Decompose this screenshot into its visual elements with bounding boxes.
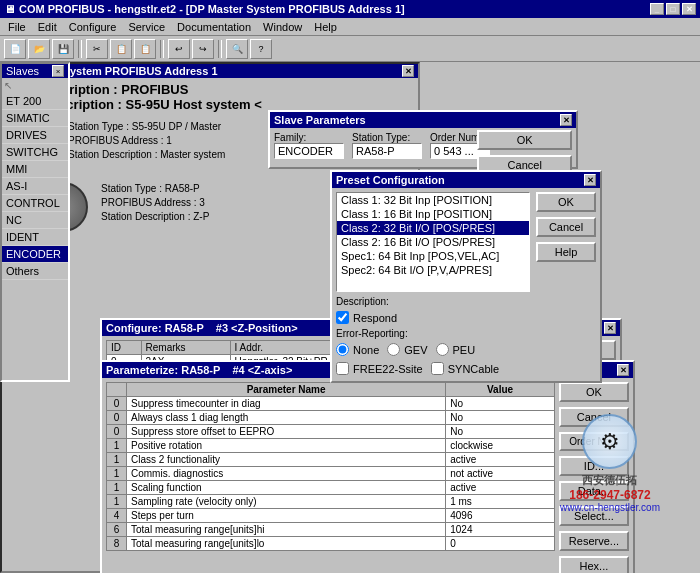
gev-label: GEV [404, 344, 427, 356]
param-reserve[interactable]: Reserve... [559, 531, 629, 551]
param-row-value: 1 ms [446, 495, 555, 509]
param-cancel[interactable]: Cancel [559, 407, 629, 427]
param-table-row[interactable]: 4 Steps per turn 4096 [107, 509, 555, 523]
param-close[interactable]: ✕ [617, 364, 629, 376]
param-table-row[interactable]: 0 Suppress timecounter in diag No [107, 397, 555, 411]
preset-cancel[interactable]: Cancel [536, 217, 596, 237]
toolbar-open[interactable]: 📂 [28, 39, 50, 59]
toolbar-search[interactable]: 🔍 [226, 39, 248, 59]
free-checkbox[interactable] [336, 362, 349, 375]
slave-et200[interactable]: ET 200 [2, 93, 68, 110]
preset-item-2[interactable]: Class 2: 32 Bit I/O [POS/PRES] [337, 221, 529, 235]
param-table-row[interactable]: 6 Total measuring range[units]hi 1024 [107, 523, 555, 537]
slave-mmi[interactable]: MMI [2, 161, 68, 178]
preset-config-close[interactable]: ✕ [584, 174, 596, 186]
slave-ident[interactable]: IDENT [2, 229, 68, 246]
param-col-name: Parameter Name [127, 383, 446, 397]
param-row-value: active [446, 453, 555, 467]
slave-params-ok[interactable]: OK [477, 130, 572, 150]
toolbar-redo[interactable]: ↪ [192, 39, 214, 59]
slave-encoder[interactable]: ENCODER [2, 246, 68, 263]
toolbar-help[interactable]: ? [250, 39, 272, 59]
param-table-row[interactable]: 0 Suppress store offset to EEPRO No [107, 425, 555, 439]
param-select[interactable]: Select... [559, 506, 629, 526]
respond-checkbox[interactable] [336, 311, 349, 324]
menu-window[interactable]: Window [257, 19, 308, 35]
menu-help[interactable]: Help [308, 19, 343, 35]
respond-checkbox-row[interactable]: Respond [336, 311, 530, 324]
peu-radio[interactable] [436, 343, 449, 356]
gev-radio[interactable] [387, 343, 400, 356]
preset-listbox[interactable]: Class 1: 32 Bit Inp [POSITION] Class 1: … [336, 192, 530, 292]
slave-others[interactable]: Others [2, 263, 68, 280]
slave-asi[interactable]: AS-I [2, 178, 68, 195]
toolbar-save[interactable]: 💾 [52, 39, 74, 59]
preset-item-5[interactable]: Spec2: 64 Bit I/O [P,V,A/PRES] [337, 263, 529, 277]
toolbar-sep2 [160, 40, 164, 58]
toolbar-paste[interactable]: 📋 [134, 39, 156, 59]
error-reporting-row: Error-Reporting: [336, 328, 530, 339]
param-table-row[interactable]: 1 Positive rotation clockwise [107, 439, 555, 453]
param-row-num: 1 [107, 467, 127, 481]
peu-radio-row[interactable]: PEU [436, 343, 476, 356]
slaves-close[interactable]: × [52, 65, 64, 77]
param-row-name: Total measuring range[units]lo [127, 537, 446, 551]
param-table-row[interactable]: 1 Commis. diagnostics not active [107, 467, 555, 481]
station-type-input[interactable] [352, 143, 422, 159]
close-btn[interactable]: ✕ [682, 3, 696, 15]
gev-radio-row[interactable]: GEV [387, 343, 427, 356]
error-radio-row: None GEV PEU [336, 341, 530, 358]
configure-close[interactable]: ✕ [604, 322, 616, 334]
param-table-row[interactable]: 1 Class 2 functionality active [107, 453, 555, 467]
preset-ok[interactable]: OK [536, 192, 596, 212]
maximize-btn[interactable]: □ [666, 3, 680, 15]
preset-buttons: OK Cancel Help [536, 192, 596, 377]
minimize-btn[interactable]: _ [650, 3, 664, 15]
param-row-num: 1 [107, 481, 127, 495]
slave-simatic[interactable]: SIMATIC [2, 110, 68, 127]
param-row-num: 0 [107, 425, 127, 439]
toolbar-copy[interactable]: 📋 [110, 39, 132, 59]
family-group: Family: [274, 132, 344, 159]
toolbar-cut[interactable]: ✂ [86, 39, 108, 59]
menu-edit[interactable]: Edit [32, 19, 63, 35]
free-checkbox-row[interactable]: FREE22-Ssite [336, 362, 423, 375]
family-input[interactable] [274, 143, 344, 159]
none-radio-row[interactable]: None [336, 343, 379, 356]
preset-item-3[interactable]: Class 2: 16 Bit I/O [POS/PRES] [337, 235, 529, 249]
sync-label: SYNCable [448, 363, 499, 375]
sync-checkbox-row[interactable]: SYNCable [431, 362, 499, 375]
dp-master-close[interactable]: ✕ [402, 65, 414, 77]
param-table-row[interactable]: 1 Scaling function active [107, 481, 555, 495]
menu-documentation[interactable]: Documentation [171, 19, 257, 35]
preset-item-1[interactable]: Class 1: 16 Bit Inp [POSITION] [337, 207, 529, 221]
slave-switchg[interactable]: SWITCHG [2, 144, 68, 161]
param-table-row[interactable]: 1 Sampling rate (velocity only) 1 ms [107, 495, 555, 509]
slave-control[interactable]: CONTROL [2, 195, 68, 212]
slave-drives[interactable]: DRIVES [2, 127, 68, 144]
param-data[interactable]: Data... [559, 481, 629, 501]
preset-item-0[interactable]: Class 1: 32 Bit Inp [POSITION] [337, 193, 529, 207]
param-hex[interactable]: Hex... [559, 556, 629, 573]
param-table-row[interactable]: 0 Always class 1 diag length No [107, 411, 555, 425]
sync-checkbox[interactable] [431, 362, 444, 375]
toolbar-undo[interactable]: ↩ [168, 39, 190, 59]
menu-service[interactable]: Service [122, 19, 171, 35]
menu-file[interactable]: File [2, 19, 32, 35]
encoder-profibus-addr: PROFIBUS Address : 3 [101, 196, 209, 210]
slave-params-close[interactable]: ✕ [560, 114, 572, 126]
param-table-row[interactable]: 8 Total measuring range[units]lo 0 [107, 537, 555, 551]
param-id[interactable]: ID... [559, 456, 629, 476]
preset-item-4[interactable]: Spec1: 64 Bit Inp [POS,VEL,AC] [337, 249, 529, 263]
encoder-station-desc: Station Description : Z-P [101, 210, 209, 224]
param-window: Parameterize: RA58-P #4 <Z-axis> ✕ Param… [100, 360, 635, 573]
slave-nc[interactable]: NC [2, 212, 68, 229]
param-ok[interactable]: OK [559, 382, 629, 402]
menu-configure[interactable]: Configure [63, 19, 123, 35]
slave-cursor-item[interactable]: ↖ [2, 78, 68, 93]
none-radio[interactable] [336, 343, 349, 356]
param-order-no[interactable]: Order No... [559, 432, 629, 451]
param-row-num: 6 [107, 523, 127, 537]
toolbar-new[interactable]: 📄 [4, 39, 26, 59]
preset-help[interactable]: Help [536, 242, 596, 262]
